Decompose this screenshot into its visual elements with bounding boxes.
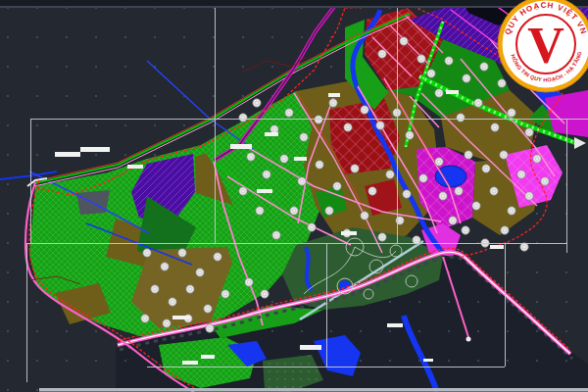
planning-map-canvas[interactable]: QUY HOẠCH VIỆT VN THÔNG TIN QUY HOẠCH - …: [0, 0, 588, 392]
cad-viewport: QUY HOẠCH VIỆT VN THÔNG TIN QUY HOẠCH - …: [0, 0, 588, 392]
logo-letter-v: V: [527, 18, 564, 74]
horizontal-scrollbar[interactable]: [39, 388, 588, 392]
top-bar: [0, 0, 588, 8]
